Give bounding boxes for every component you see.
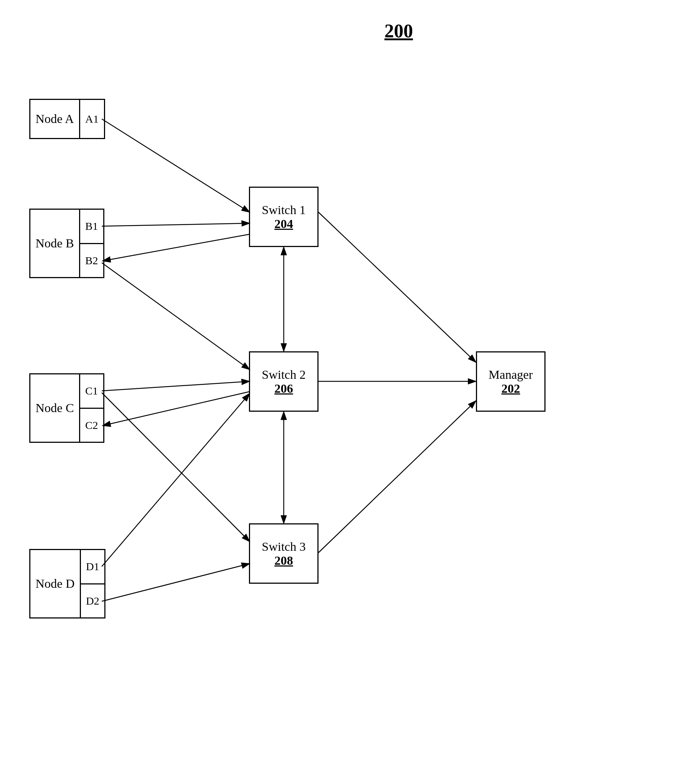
- switch3-num: 208: [275, 554, 293, 568]
- switch2-name: Switch 2: [262, 368, 306, 382]
- switch3-name: Switch 3: [262, 540, 306, 554]
- arrow-switch2-c2: [102, 391, 250, 425]
- arrow-switch1-manager: [319, 212, 476, 362]
- port-c2: C2: [80, 409, 103, 442]
- port-a1: A1: [80, 100, 104, 138]
- main-title: 200: [384, 20, 413, 42]
- node-d-ports: D1 D2: [80, 550, 105, 617]
- port-d2: D2: [81, 584, 105, 618]
- switch1-box: Switch 1 204: [249, 187, 319, 247]
- arrow-d2-switch3: [102, 564, 250, 601]
- node-a-box: Node A A1: [29, 99, 105, 139]
- node-a-label: Node A: [31, 100, 79, 138]
- arrow-a1-switch1: [102, 119, 250, 212]
- switch1-num: 204: [275, 217, 293, 231]
- arrow-b1-switch1: [102, 223, 250, 226]
- switch2-num: 206: [275, 382, 293, 396]
- port-b1: B1: [80, 210, 103, 244]
- manager-num: 202: [502, 382, 520, 396]
- manager-box: Manager 202: [476, 351, 546, 412]
- node-a-ports: A1: [79, 100, 104, 138]
- port-b2: B2: [80, 244, 103, 277]
- arrow-d1-switch2: [102, 393, 250, 566]
- node-b-ports: B1 B2: [79, 210, 103, 277]
- node-c-label: Node C: [31, 374, 79, 442]
- node-d-box: Node D D1 D2: [29, 549, 105, 618]
- node-b-label: Node B: [31, 210, 79, 277]
- arrow-c1-switch2: [102, 381, 250, 391]
- arrow-c1-switch3: [102, 393, 250, 542]
- node-c-ports: C1 C2: [79, 374, 103, 442]
- manager-name: Manager: [489, 368, 533, 382]
- port-d1: D1: [81, 550, 105, 584]
- switch3-box: Switch 3 208: [249, 523, 319, 584]
- switch2-box: Switch 2 206: [249, 351, 319, 412]
- switch1-name: Switch 1: [262, 203, 306, 217]
- arrow-b2-switch2: [102, 263, 250, 370]
- port-c1: C1: [80, 374, 103, 409]
- arrow-switch1-b2: [102, 234, 250, 261]
- arrows-svg: [0, 0, 700, 770]
- node-c-box: Node C C1 C2: [29, 373, 104, 443]
- arrow-switch3-manager: [319, 401, 476, 553]
- node-d-label: Node D: [31, 550, 80, 617]
- diagram: 200 Node A A1 Node B B1 B2 Node C C1 C2 …: [0, 0, 700, 770]
- node-b-box: Node B B1 B2: [29, 209, 104, 278]
